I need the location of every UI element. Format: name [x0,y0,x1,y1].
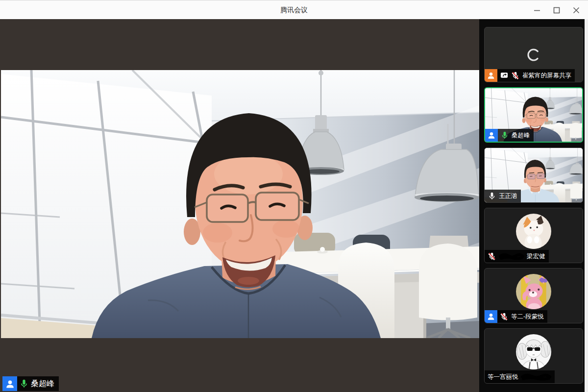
active-speaker-label-body: 桑超峰 [17,376,59,391]
tencent-meeting-window: 腾讯会议 桑超峰 [0,0,588,392]
screen-share-icon [500,71,509,80]
participant-tile-camera[interactable]: 王正汹 [484,147,583,203]
mic-on-icon [19,379,29,389]
maximize-button[interactable] [549,3,564,18]
host-badge-icon [485,69,497,82]
participant-tile-self[interactable]: 桑超峰 [484,87,583,143]
member-badge-icon [2,376,17,391]
participant-label: 等一宫丽悦 [485,370,555,383]
participant-name: 等二-段蒙悦 [511,313,544,321]
participant-name: 崔紫宵的屏幕共享 [522,72,571,80]
redaction-scribble [499,252,524,260]
minimize-icon [534,7,540,14]
mic-muted-icon [500,312,509,321]
participant-name: 等一宫丽悦 [488,373,518,381]
mic-on-icon [488,192,496,200]
mic-on-icon [500,131,509,140]
participant-label: 等二-段蒙悦 [485,310,547,323]
loading-spinner-icon [526,48,541,62]
participant-name: 梁宏健 [527,252,545,261]
participant-label: 桑超峰 [485,129,534,142]
active-speaker-name: 桑超峰 [31,379,54,389]
active-speaker-video[interactable] [1,70,479,338]
mic-muted-icon [488,252,496,261]
sidebar-scrollbar[interactable] [585,19,588,392]
maximize-icon [553,7,560,14]
participant-tile-avatar[interactable]: 等二-段蒙悦 [484,268,583,323]
participant-label: 崔紫宵的屏幕共享 [485,69,575,82]
mic-muted-icon [511,71,520,80]
participant-tile-screen-share[interactable]: 崔紫宵的屏幕共享 [484,27,583,82]
redaction-scribble [521,373,551,381]
window-controls [525,2,584,18]
active-speaker-label: 桑超峰 [2,376,59,391]
window-title: 腾讯会议 [0,0,588,19]
member-badge-icon [485,129,498,142]
main-video-stage[interactable]: 桑超峰 [0,19,479,392]
participant-label: 梁宏健 [485,250,549,263]
avatar-pink-fox [516,274,551,309]
participants-sidebar: 崔紫宵的屏幕共享 桑超峰 王正汹 [479,19,588,392]
participant-tile-avatar[interactable]: 等一宫丽悦 [484,328,583,384]
avatar-sketch-girl [516,334,551,369]
close-icon [573,7,580,14]
avatar-cat [516,214,551,249]
titlebar: 腾讯会议 [0,0,588,19]
participant-name: 王正汹 [499,192,517,200]
member-badge-icon [485,310,497,323]
participant-name: 桑超峰 [512,131,530,140]
participant-label: 王正汹 [485,190,521,202]
minimize-button[interactable] [529,3,545,18]
close-button[interactable] [568,3,584,18]
participant-tile-avatar[interactable]: 梁宏健 [484,208,583,263]
